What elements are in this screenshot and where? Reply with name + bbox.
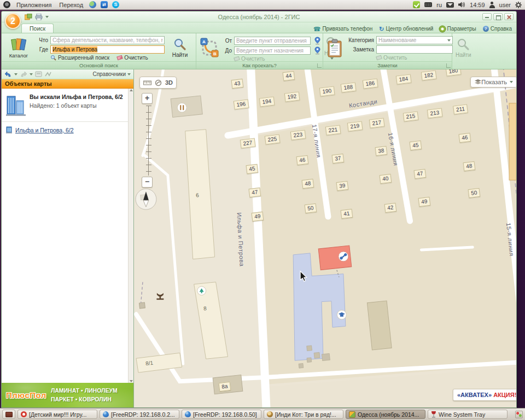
clear-search-link[interactable]: Очистить xyxy=(117,55,148,61)
link-parameters[interactable]: Параметры xyxy=(440,26,476,32)
show-layers-button[interactable]: Показать xyxy=(470,77,516,88)
2gis-logo-orb[interactable]: 2 xyxy=(5,13,21,29)
distributor-logo-icon[interactable] xyxy=(3,1,10,8)
skype-icon[interactable]: S xyxy=(112,1,119,8)
group-label-route: Как проехать? xyxy=(196,61,323,69)
where-label: Где xyxy=(35,46,48,52)
taskbar-item-wine-tray[interactable]: Wine System Tray xyxy=(428,410,508,419)
group-label-notes: Заметки xyxy=(323,61,452,69)
category-combo[interactable]: Наименование xyxy=(376,36,453,44)
tray-app-icon[interactable] xyxy=(515,411,523,418)
pick-start-pin-button[interactable] xyxy=(313,36,322,45)
map-canvas[interactable]: Костанди17-я линия16-я линия15-я линияИл… xyxy=(134,69,516,407)
window-title: Одесса (ноябрь 2014) - 2ГИС xyxy=(2,14,516,20)
sidebar-scrollbar[interactable] xyxy=(128,89,133,383)
update-manager-icon[interactable] xyxy=(413,1,420,8)
taskbar-item-2gis[interactable]: Одесса (ноябрь 2014... xyxy=(346,410,425,419)
back-icon[interactable] xyxy=(4,71,12,78)
phone-icon: ☎ xyxy=(313,26,321,32)
mail-icon[interactable] xyxy=(446,2,454,8)
keyboard-layout-icon[interactable] xyxy=(424,2,432,7)
sidebar-toolbar: Справочники xyxy=(2,69,133,79)
browser-icon[interactable] xyxy=(89,1,96,8)
pharmacy-poi-icon xyxy=(197,287,206,295)
clear-notes-link[interactable]: Очистить xyxy=(376,55,407,61)
help-icon: ? xyxy=(483,26,489,32)
pick-end-pin-button[interactable] xyxy=(313,46,322,55)
top-panel: Приложения Переход ⇄ S ru 14:59 user xyxy=(0,0,525,10)
find-notes-button[interactable]: Найти xyxy=(456,36,471,60)
save-view-icon[interactable] xyxy=(35,71,42,77)
user-icon xyxy=(489,2,495,8)
2gis-icon xyxy=(349,411,355,418)
promo-brand: «АКВАТЕХ» xyxy=(457,392,492,398)
taskbar-item-freerdp2[interactable]: [FreeRDP: 192.168.0.50] xyxy=(182,410,261,419)
result-list-item[interactable]: Ильфа и Петрова, 6/2 xyxy=(2,122,133,138)
catalog-button[interactable]: Каталог xyxy=(5,36,32,60)
volume-icon[interactable] xyxy=(458,2,465,8)
where-input[interactable]: Ильфа и Петрова xyxy=(50,45,165,54)
combo-caret-icon xyxy=(447,39,451,42)
catalog-books-icon xyxy=(11,37,26,51)
group-notes: Категория Наименование Заметка Очистить xyxy=(323,33,452,69)
magnifier-icon-disabled xyxy=(457,38,470,51)
link-update-center[interactable]: ↻Центр обновлений xyxy=(379,26,433,32)
menu-applications[interactable]: Приложения xyxy=(15,2,53,8)
language-indicator[interactable]: ru xyxy=(436,2,442,8)
find-button[interactable]: Найти xyxy=(167,36,192,60)
route-icon-button: А В xyxy=(200,36,219,60)
back-dropdown-icon[interactable] xyxy=(14,73,18,75)
result-count: Найдено: 1 объект карты xyxy=(30,102,123,110)
rotate-view-icon xyxy=(155,79,162,86)
minimize-button[interactable] xyxy=(482,13,492,20)
menu-places[interactable]: Переход xyxy=(57,2,85,8)
teamviewer-icon[interactable]: ⇄ xyxy=(101,1,108,8)
svg-text:А: А xyxy=(202,39,206,44)
user-menu[interactable]: user xyxy=(499,2,511,8)
zoom-slider[interactable] xyxy=(146,106,151,176)
route-from-input[interactable] xyxy=(234,37,311,45)
references-caret-icon xyxy=(127,73,131,75)
tab-search[interactable]: Поиск xyxy=(21,24,54,33)
ad-banner[interactable]: ПлюсПол ЛАМИНАТ • ЛИНОЛЕУМ ПАРКЕТ • КОВР… xyxy=(2,383,133,407)
scroll-down-icon[interactable] xyxy=(130,380,133,382)
maximize-button[interactable] xyxy=(493,13,503,20)
route-dialog-launcher-icon[interactable] xyxy=(317,63,322,68)
clipboard-icon xyxy=(326,38,343,58)
session-gear-icon[interactable] xyxy=(515,2,522,8)
link-help[interactable]: ?Справка xyxy=(483,26,512,32)
map-promo-label[interactable]: «АКВАТЕХ» АКЦИЯ! xyxy=(453,389,516,401)
map-mode-toolbar[interactable]: 3D xyxy=(139,77,177,89)
references-dropdown[interactable]: Справочники xyxy=(92,71,131,77)
zoom-out-button[interactable]: − xyxy=(142,177,153,188)
forward-dropdown-icon[interactable] xyxy=(30,73,33,75)
route-to-input[interactable] xyxy=(234,46,311,55)
note-input[interactable] xyxy=(376,45,453,54)
title-bar[interactable]: 2 Одесса (ноябрь 2014) - 2ГИС xyxy=(2,11,516,22)
eraser-icon xyxy=(234,56,240,62)
show-desktop-button[interactable] xyxy=(2,410,15,419)
mode-3d-button[interactable]: 3D xyxy=(165,79,173,86)
fitness-poi-icon xyxy=(339,252,348,261)
opera-icon xyxy=(21,411,27,417)
taskbar-item-freerdp1[interactable]: [FreeRDP: 192.168.0.2... xyxy=(100,410,179,419)
gear-icon xyxy=(440,26,445,32)
what-input[interactable] xyxy=(50,36,165,44)
route-history-icon[interactable] xyxy=(44,71,52,77)
scroll-up-icon[interactable] xyxy=(130,89,133,91)
freerdp-icon xyxy=(185,411,191,417)
link-bind-phone[interactable]: ☎Привязать телефон xyxy=(313,26,373,32)
zoom-in-button[interactable]: + xyxy=(142,93,153,104)
taskbar-item-game[interactable]: [Инди Кот: Три в ряд!... xyxy=(264,410,343,419)
advanced-search-link[interactable]: Расширенный поиск xyxy=(50,55,109,61)
clock[interactable]: 14:59 xyxy=(470,2,485,8)
eraser-icon xyxy=(116,55,123,61)
close-button[interactable] xyxy=(504,13,514,20)
route-ab-icon: А В xyxy=(200,37,219,59)
notes-dialog-launcher-icon[interactable] xyxy=(446,63,451,68)
layers-icon xyxy=(475,79,479,85)
forward-icon[interactable] xyxy=(20,71,27,78)
result-link[interactable]: Ильфа и Петрова, 6/2 xyxy=(15,127,74,133)
group-route: А В От До xyxy=(196,33,323,69)
taskbar-item-browser[interactable]: [Детский мир!!! Игру... xyxy=(18,410,97,419)
